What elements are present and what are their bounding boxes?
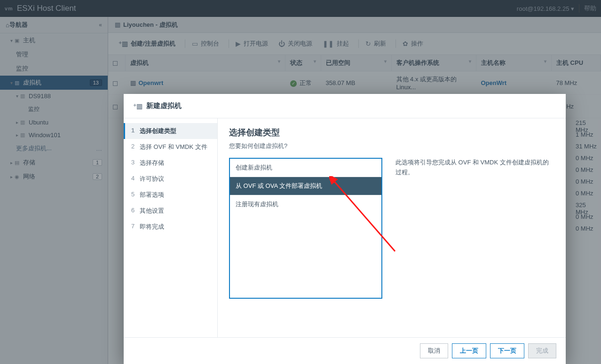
pane-title: 选择创建类型 <box>229 127 554 138</box>
next-button[interactable]: 下一页 <box>490 343 524 358</box>
create-type-options: 创建新虚拟机从 OVF 或 OVA 文件部署虚拟机注册现有虚拟机 <box>229 158 382 299</box>
wizard-nav: 1选择创建类型2选择 OVF 和 VMDK 文件3选择存储4许可协议5部署选项6… <box>124 118 218 337</box>
wizard-pane: 选择创建类型 您要如何创建虚拟机? 创建新虚拟机从 OVF 或 OVA 文件部署… <box>218 118 566 337</box>
pane-subtitle: 您要如何创建虚拟机? <box>229 142 554 150</box>
finish-button: 完成 <box>528 343 556 358</box>
wizard-step-5[interactable]: 5部署选项 <box>124 187 217 203</box>
create-option-2[interactable]: 注册现有虚拟机 <box>230 195 381 213</box>
create-option-1[interactable]: 从 OVF 或 OVA 文件部署虚拟机 <box>230 177 381 195</box>
wizard-step-1[interactable]: 1选择创建类型 <box>124 123 217 139</box>
wizard-step-2[interactable]: 2选择 OVF 和 VMDK 文件 <box>124 139 217 155</box>
wizard-step-3[interactable]: 3选择存储 <box>124 155 217 171</box>
wizard-step-6[interactable]: 6其他设置 <box>124 203 217 219</box>
new-vm-modal: ⁺▥ 新建虚拟机 1选择创建类型2选择 OVF 和 VMDK 文件3选择存储4许… <box>124 94 566 364</box>
cancel-button[interactable]: 取消 <box>420 343 448 358</box>
modal-footer: 取消 上一页 下一页 完成 <box>124 337 566 364</box>
plus-vm-icon: ⁺▥ <box>133 102 142 110</box>
wizard-step-7[interactable]: 7即将完成 <box>124 219 217 235</box>
back-button[interactable]: 上一页 <box>452 343 486 358</box>
create-option-0[interactable]: 创建新虚拟机 <box>230 159 381 177</box>
option-description: 此选项将引导您完成从 OVF 和 VMDK 文件创建虚拟机的过程。 <box>395 158 554 178</box>
modal-title: ⁺▥ 新建虚拟机 <box>124 94 566 118</box>
wizard-step-4[interactable]: 4许可协议 <box>124 171 217 187</box>
